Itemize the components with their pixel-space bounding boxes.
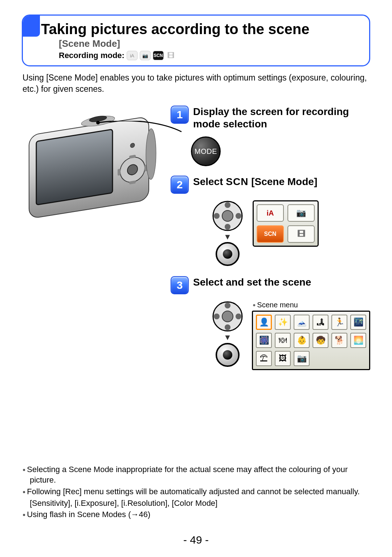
- scene-night-scenery-icon[interactable]: 🎆: [256, 333, 272, 348]
- film-mode-icon: 🎞: [166, 51, 176, 60]
- step-2-pre: Select: [193, 176, 226, 187]
- step-1-title: Display the screen for recording mode se…: [193, 106, 370, 130]
- dpad-icon[interactable]: [212, 301, 243, 332]
- svg-point-11: [146, 128, 156, 180]
- scene-photo-icon[interactable]: 📷: [294, 351, 310, 366]
- content-columns: 1 Display the screen for recording mode …: [22, 106, 370, 370]
- step-3-title: Select and set the scene: [193, 276, 311, 288]
- scene-scenery-icon[interactable]: 🗻: [294, 315, 310, 330]
- scene-sunset-icon[interactable]: 🌅: [350, 333, 366, 348]
- recording-mode-row: Recording mode: iA 📷 SCN 🎞: [59, 51, 362, 60]
- svg-point-16: [225, 224, 230, 230]
- scene-menu-grid: 👤 ✨ 🗻 🏞 🏃 🌃 🎆 🍽 👶 🧒 🐕 🌅 ⛱ 🖼: [252, 311, 370, 370]
- page-title: Taking pictures according to the scene: [41, 21, 362, 37]
- note-2b: [Sensitivity], [i.Exposure], [i.Resoluti…: [22, 498, 370, 509]
- scn-text-icon: SCN: [226, 176, 248, 187]
- ok-button[interactable]: [216, 242, 240, 266]
- scene-baby2-icon[interactable]: 🧒: [313, 333, 328, 348]
- scene-baby1-icon[interactable]: 👶: [294, 333, 310, 348]
- arrow-down-icon: ▼: [224, 234, 232, 239]
- step-2-post: [Scene Mode]: [248, 176, 317, 187]
- scene-sports-icon[interactable]: 🏃: [331, 315, 347, 330]
- scene-portrait-icon[interactable]: 👤: [256, 315, 272, 330]
- arrow-down-icon: ▼: [224, 335, 232, 340]
- scene-soft-skin-icon[interactable]: ✨: [275, 315, 291, 330]
- dpad-icon[interactable]: [212, 200, 243, 232]
- section-header: Taking pictures according to the scene […: [22, 15, 370, 66]
- note-1: Selecting a Scene Mode inappropriate for…: [22, 464, 370, 486]
- scene-panorama-icon[interactable]: 🏞: [313, 315, 328, 330]
- scene-food-icon[interactable]: 🍽: [275, 333, 291, 348]
- svg-point-23: [214, 314, 220, 319]
- step-1-badge: 1: [171, 106, 189, 124]
- mode-option-camera[interactable]: 📷: [287, 204, 315, 222]
- svg-rect-1: [36, 129, 113, 205]
- mode-button[interactable]: MODE: [191, 136, 221, 166]
- svg-point-14: [222, 210, 233, 221]
- scene-frame-icon[interactable]: 🖼: [275, 351, 291, 366]
- camera-column: [22, 106, 167, 233]
- svg-point-24: [236, 314, 241, 319]
- ia-mode-icon: iA: [127, 51, 138, 60]
- page-number: - 49 -: [0, 534, 392, 546]
- step-2-controls: ▼ iA 📷 SCN 🎞: [191, 200, 370, 266]
- camera-illustration: [22, 113, 160, 233]
- note-2: Following [Rec] menu settings will be au…: [22, 486, 370, 497]
- ok-button[interactable]: [216, 343, 240, 367]
- mode-option-film[interactable]: 🎞: [287, 225, 315, 243]
- svg-rect-7: [118, 169, 121, 176]
- step-2-title: Select SCN [Scene Mode]: [193, 176, 317, 188]
- step-2-badge: 2: [171, 176, 189, 194]
- nav-stack-1: ▼: [211, 200, 244, 266]
- scn-mode-icon: SCN: [153, 51, 164, 60]
- camera-mode-icon: 📷: [140, 51, 151, 60]
- step-1: 1 Display the screen for recording mode …: [171, 106, 370, 130]
- step-3-controls: ▼ Scene menu 👤 ✨ 🗻 🏞 🏃 🌃 🎆 🍽 👶: [191, 301, 370, 370]
- svg-point-15: [225, 202, 230, 208]
- note-3: Using flash in Scene Modes (→46): [22, 509, 370, 520]
- svg-point-22: [225, 324, 230, 330]
- mode-select-panel: iA 📷 SCN 🎞: [253, 200, 319, 247]
- subtitle: [Scene Mode]: [59, 38, 362, 49]
- step-2: 2 Select SCN [Scene Mode]: [171, 176, 370, 194]
- scene-menu-caption: Scene menu: [253, 301, 370, 309]
- svg-point-17: [214, 213, 220, 219]
- scene-pet-icon[interactable]: 🐕: [331, 333, 347, 348]
- step-3-badge: 3: [171, 276, 189, 294]
- svg-point-18: [236, 213, 241, 219]
- step-3: 3 Select and set the scene: [171, 276, 370, 294]
- footer-notes: Selecting a Scene Mode inappropriate for…: [22, 463, 370, 521]
- svg-point-20: [222, 311, 233, 322]
- scene-beach-icon[interactable]: ⛱: [256, 351, 272, 366]
- manual-page: Taking pictures according to the scene […: [0, 0, 392, 557]
- svg-point-21: [225, 303, 230, 308]
- steps-column: 1 Display the screen for recording mode …: [171, 106, 370, 370]
- scene-night-portrait-icon[interactable]: 🌃: [350, 315, 366, 330]
- mode-option-scn[interactable]: SCN: [257, 225, 284, 243]
- nav-stack-2: ▼: [211, 301, 244, 366]
- recording-mode-label: Recording mode:: [59, 51, 124, 60]
- header-accent: [23, 16, 40, 37]
- mode-option-ia[interactable]: iA: [257, 204, 284, 222]
- intro-paragraph: Using [Scene Mode] enables you to take p…: [23, 72, 369, 95]
- scene-menu-block: Scene menu 👤 ✨ 🗻 🏞 🏃 🌃 🎆 🍽 👶 🧒 🐕 🌅: [252, 301, 370, 370]
